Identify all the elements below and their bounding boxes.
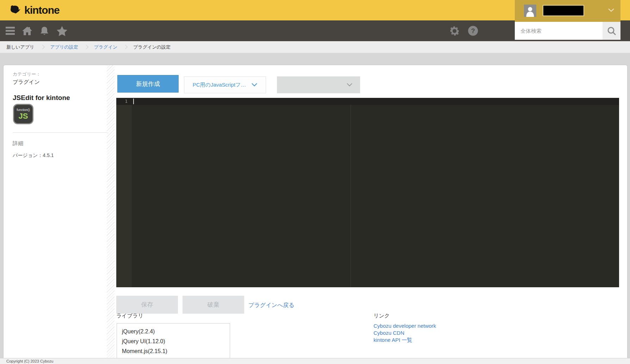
- code-editor[interactable]: 1: [116, 98, 619, 287]
- star-icon[interactable]: [53, 20, 71, 41]
- sidebar-content-divider: [107, 65, 115, 358]
- kintone-logo-icon: [9, 5, 22, 16]
- plugin-js-icon: function() JS: [13, 104, 33, 124]
- kintone-logo[interactable]: kintone: [9, 4, 60, 16]
- search-button[interactable]: [603, 22, 620, 40]
- library-item[interactable]: jQuery UI(1.12.0): [117, 337, 230, 346]
- user-avatar-icon: [524, 5, 536, 17]
- link-cybozu-cdn[interactable]: Cybozu CDN: [373, 330, 436, 337]
- links-label: リンク: [373, 313, 390, 319]
- breadcrumb-separator-icon: [123, 45, 128, 49]
- chevron-down-icon: [252, 83, 257, 87]
- breadcrumb-new-app: 新しいアプリ: [6, 44, 35, 50]
- link-cybozu-developer-network[interactable]: Cybozu developer network: [373, 322, 436, 330]
- bell-icon[interactable]: [36, 20, 53, 41]
- save-button[interactable]: 保存: [116, 296, 178, 314]
- editor-cursor: [133, 99, 134, 104]
- editor-line-number: 1: [116, 99, 128, 104]
- global-search: [515, 22, 620, 40]
- user-menu[interactable]: [515, 0, 620, 22]
- page-footer: Copyright (C) 2023 Cybozu: [0, 358, 630, 364]
- link-kintone-api[interactable]: kintone API 一覧: [373, 337, 436, 344]
- editor-gutter: [116, 98, 132, 287]
- copyright-text: Copyright (C) 2023 Cybozu: [6, 359, 53, 363]
- empty-dropdown[interactable]: [277, 76, 360, 93]
- plugin-version: バージョン：4.5.1: [13, 152, 54, 159]
- breadcrumb: 新しいアプリ アプリの設定 プラグイン プラグインの設定: [0, 41, 630, 53]
- library-label: ライブラリ: [116, 313, 143, 319]
- help-icon[interactable]: ?: [464, 20, 482, 41]
- chevron-down-icon: [608, 8, 614, 12]
- create-new-button[interactable]: 新規作成: [117, 75, 179, 93]
- plugin-name: JSEdit for kintone: [13, 94, 70, 102]
- home-icon[interactable]: [18, 20, 36, 41]
- editor-print-margin: [351, 105, 351, 287]
- breadcrumb-separator-icon: [84, 45, 88, 49]
- links-list: Cybozu developer network Cybozu CDN kint…: [373, 322, 436, 344]
- js-icon-js-text: JS: [19, 112, 28, 120]
- category-label: カテゴリー：: [13, 71, 41, 77]
- hamburger-menu-icon[interactable]: [2, 20, 18, 41]
- plugin-config-panel: カテゴリー： プラグイン JSEdit for kintone function…: [4, 65, 627, 358]
- back-to-plugin-link[interactable]: プラグインへ戻る: [248, 302, 295, 309]
- kintone-logo-text: kintone: [24, 4, 60, 16]
- search-input[interactable]: [515, 22, 603, 40]
- file-select-value: PC用のJavaScriptフ…: [193, 82, 246, 88]
- breadcrumb-plugin[interactable]: プラグイン: [94, 44, 118, 50]
- page-background-band: [0, 53, 630, 65]
- user-name-redacted: [543, 5, 584, 16]
- library-item[interactable]: jQuery(2.2.4): [117, 327, 230, 337]
- details-label: 詳細: [13, 140, 23, 147]
- breadcrumb-app-settings[interactable]: アプリの設定: [50, 44, 78, 50]
- breadcrumb-separator-icon: [40, 45, 45, 49]
- js-icon-function-text: function(): [17, 108, 30, 112]
- user-search-panel: [515, 0, 620, 40]
- sidebar-divider: [13, 132, 107, 133]
- chevron-down-icon: [347, 83, 352, 87]
- library-listbox[interactable]: jQuery(2.2.4) jQuery UI(1.12.0) Moment.j…: [117, 323, 230, 358]
- file-select-dropdown[interactable]: PC用のJavaScriptフ…: [184, 76, 266, 93]
- editor-active-line: [116, 98, 619, 105]
- svg-text:?: ?: [471, 27, 475, 34]
- breadcrumb-plugin-settings: プラグインの設定: [133, 44, 171, 50]
- discard-button[interactable]: 破棄: [183, 296, 244, 314]
- category-value: プラグイン: [13, 79, 40, 86]
- library-item[interactable]: Moment.js(2.15.1): [117, 346, 230, 356]
- search-icon: [607, 26, 616, 36]
- gear-icon[interactable]: [445, 20, 464, 41]
